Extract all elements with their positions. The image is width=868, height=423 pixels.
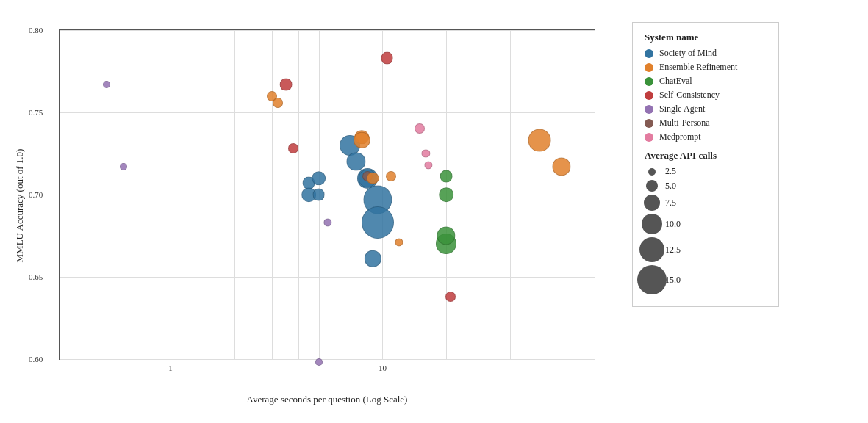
- legend-color-dot: [645, 49, 653, 58]
- data-dot: [365, 250, 381, 267]
- chart-container: MMLU Accuracy (out of 1.0) 0.600.650.700…: [0, 0, 868, 423]
- legend-item: Society of Mind: [645, 48, 767, 59]
- data-dot: [279, 79, 292, 91]
- data-dot: [425, 161, 433, 169]
- grid-line-v: [595, 30, 595, 359]
- grid-line-v: [234, 30, 235, 359]
- data-dot: [288, 143, 298, 153]
- legend-size-item: 7.5: [645, 195, 767, 211]
- legend-label: Single Agent: [659, 104, 705, 115]
- legend-systems: Society of MindEnsemble RefinementChatEv…: [645, 48, 767, 142]
- legend-item: Self-Consistency: [645, 90, 767, 101]
- legend-size-label: 10.0: [665, 219, 681, 230]
- legend-label: Medprompt: [659, 131, 701, 142]
- legend-size-dot: [644, 195, 660, 211]
- grid-line-h: [60, 277, 595, 278]
- legend-color-dot: [645, 119, 653, 128]
- data-dot: [120, 163, 127, 170]
- data-dot: [381, 52, 393, 65]
- data-dot: [415, 123, 425, 134]
- x-axis-title: Average seconds per question (Log Scale): [247, 394, 408, 405]
- legend-color-dot: [645, 133, 653, 142]
- legend-sizes: 2.55.07.510.012.515.0: [645, 166, 767, 294]
- grid-line-h: [60, 30, 595, 31]
- legend-item: Medprompt: [645, 131, 767, 142]
- grid-line-v: [510, 30, 511, 359]
- data-dot: [315, 358, 323, 366]
- grid-line-v: [272, 30, 273, 359]
- data-dot: [553, 157, 571, 176]
- data-dot: [395, 238, 403, 246]
- grid-line-h: [60, 195, 595, 195]
- legend-color-dot: [645, 77, 653, 86]
- y-tick-label: 0.75: [29, 108, 43, 117]
- y-tick-label: 0.65: [29, 272, 43, 281]
- legend: System name Society of MindEnsemble Refi…: [632, 22, 779, 307]
- data-dot: [362, 206, 394, 239]
- x-tick-label: 1: [168, 364, 173, 372]
- legend-size-dot: [642, 214, 662, 234]
- data-dot: [103, 81, 110, 88]
- legend-system-title: System name: [645, 32, 767, 43]
- legend-size-dot: [648, 168, 656, 176]
- legend-item: Ensemble Refinement: [645, 62, 767, 73]
- data-dot: [440, 187, 454, 202]
- grid-line-v: [484, 30, 484, 359]
- data-dot: [312, 171, 326, 186]
- grid-line-v: [531, 30, 531, 359]
- legend-size-label: 12.5: [665, 245, 681, 256]
- y-tick-label: 0.70: [29, 190, 43, 199]
- legend-size-label: 15.0: [665, 275, 681, 286]
- data-dot: [386, 171, 396, 181]
- data-dot: [323, 218, 331, 226]
- legend-size-title: Average API calls: [645, 150, 767, 162]
- grid-line-h: [60, 359, 595, 360]
- legend-size-item: 5.0: [645, 180, 767, 192]
- legend-label: Self-Consistency: [659, 90, 720, 101]
- legend-label: Multi-Persona: [659, 118, 710, 129]
- legend-label: Society of Mind: [659, 48, 717, 59]
- legend-size-item: 2.5: [645, 166, 767, 177]
- chart-area: MMLU Accuracy (out of 1.0) 0.600.650.700…: [7, 15, 610, 397]
- data-dot: [312, 189, 325, 201]
- data-dot: [367, 172, 379, 184]
- legend-size-item: 12.5: [645, 237, 767, 262]
- legend-label: Ensemble Refinement: [659, 62, 737, 73]
- legend-size-label: 7.5: [665, 198, 676, 209]
- data-dot: [440, 170, 453, 183]
- legend-label: ChatEval: [659, 76, 692, 87]
- legend-color-dot: [645, 105, 653, 114]
- y-axis-title: MMLU Accuracy (out of 1.0): [14, 149, 26, 263]
- data-dot: [422, 149, 430, 157]
- x-tick-label: 10: [379, 364, 387, 372]
- legend-item: ChatEval: [645, 76, 767, 87]
- data-dot: [354, 132, 370, 148]
- legend-size-label: 5.0: [665, 181, 676, 192]
- legend-color-dot: [645, 91, 653, 100]
- grid-line-v: [107, 30, 107, 359]
- legend-size-dot: [637, 265, 667, 294]
- y-tick-label: 0.80: [29, 26, 43, 35]
- grid-line-v: [171, 30, 171, 359]
- legend-size-dot: [646, 180, 658, 192]
- legend-item: Single Agent: [645, 104, 767, 115]
- legend-size-item: 15.0: [645, 265, 767, 294]
- legend-size-item: 10.0: [645, 214, 767, 234]
- legend-size-dot: [639, 237, 664, 262]
- legend-size-label: 2.5: [665, 166, 676, 177]
- data-dot: [273, 98, 283, 108]
- data-dot: [445, 292, 456, 302]
- y-tick-label: 0.60: [29, 355, 43, 364]
- plot-box: 0.600.650.700.750.80110: [59, 29, 595, 360]
- grid-line-h: [60, 112, 595, 113]
- grid-line-v: [298, 30, 299, 359]
- data-dot: [528, 129, 551, 152]
- legend-item: Multi-Persona: [645, 118, 767, 129]
- legend-color-dot: [645, 63, 653, 72]
